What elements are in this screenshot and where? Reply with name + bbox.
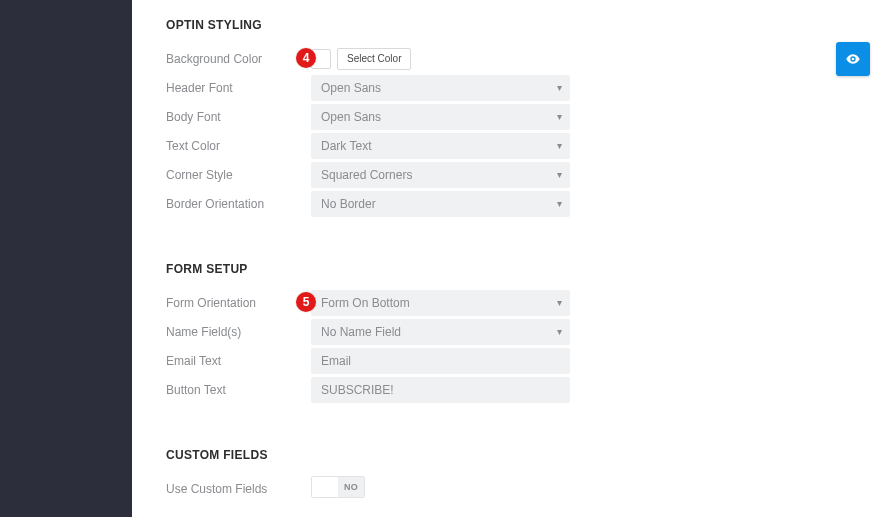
select-corner-style[interactable]: Squared Corners [311, 162, 570, 188]
row-button-text: Button Text [166, 375, 570, 404]
section-optin-styling: OPTIN STYLING Background Color Select Co… [166, 18, 570, 218]
row-corner-style: Corner Style Squared Corners [166, 160, 570, 189]
select-name-fields[interactable]: No Name Field [311, 319, 570, 345]
section-title-form-setup: FORM SETUP [166, 262, 570, 276]
row-body-font: Body Font Open Sans [166, 102, 570, 131]
row-form-orientation: Form Orientation Form On Bottom 5 [166, 288, 570, 317]
label-name-fields: Name Field(s) [166, 325, 311, 339]
row-text-color: Text Color Dark Text [166, 131, 570, 160]
input-email-text[interactable] [311, 348, 570, 374]
left-sidebar [0, 0, 132, 517]
label-text-color: Text Color [166, 139, 311, 153]
preview-button[interactable] [836, 42, 870, 76]
select-header-font[interactable]: Open Sans [311, 75, 570, 101]
row-use-custom-fields: Use Custom Fields NO [166, 474, 570, 503]
section-custom-fields: CUSTOM FIELDS Use Custom Fields NO [166, 448, 570, 503]
main-panel: OPTIN STYLING Background Color Select Co… [132, 0, 880, 517]
label-corner-style: Corner Style [166, 168, 311, 182]
select-form-orientation[interactable]: Form On Bottom [311, 290, 570, 316]
row-background-color: Background Color Select Color 4 [166, 44, 570, 73]
label-border-orientation: Border Orientation [166, 197, 311, 211]
row-email-text: Email Text [166, 346, 570, 375]
label-header-font: Header Font [166, 81, 311, 95]
toggle-state: NO [338, 477, 364, 497]
eye-icon [845, 51, 861, 67]
annotation-badge-4: 4 [296, 48, 316, 68]
row-name-fields: Name Field(s) No Name Field [166, 317, 570, 346]
row-header-font: Header Font Open Sans [166, 73, 570, 102]
label-background-color: Background Color [166, 52, 311, 66]
label-body-font: Body Font [166, 110, 311, 124]
toggle-knob [312, 477, 338, 497]
row-border-orientation: Border Orientation No Border [166, 189, 570, 218]
input-button-text[interactable] [311, 377, 570, 403]
label-use-custom-fields: Use Custom Fields [166, 482, 311, 496]
label-button-text: Button Text [166, 383, 311, 397]
select-color-button[interactable]: Select Color [337, 48, 411, 70]
select-body-font[interactable]: Open Sans [311, 104, 570, 130]
annotation-badge-5: 5 [296, 292, 316, 312]
label-email-text: Email Text [166, 354, 311, 368]
select-border-orientation[interactable]: No Border [311, 191, 570, 217]
section-form-setup: FORM SETUP Form Orientation Form On Bott… [166, 262, 570, 404]
section-title-optin-styling: OPTIN STYLING [166, 18, 570, 32]
toggle-use-custom-fields[interactable]: NO [311, 476, 365, 498]
background-color-control: Select Color [311, 48, 570, 70]
select-text-color[interactable]: Dark Text [311, 133, 570, 159]
label-form-orientation: Form Orientation [166, 296, 311, 310]
section-title-custom-fields: CUSTOM FIELDS [166, 448, 570, 462]
